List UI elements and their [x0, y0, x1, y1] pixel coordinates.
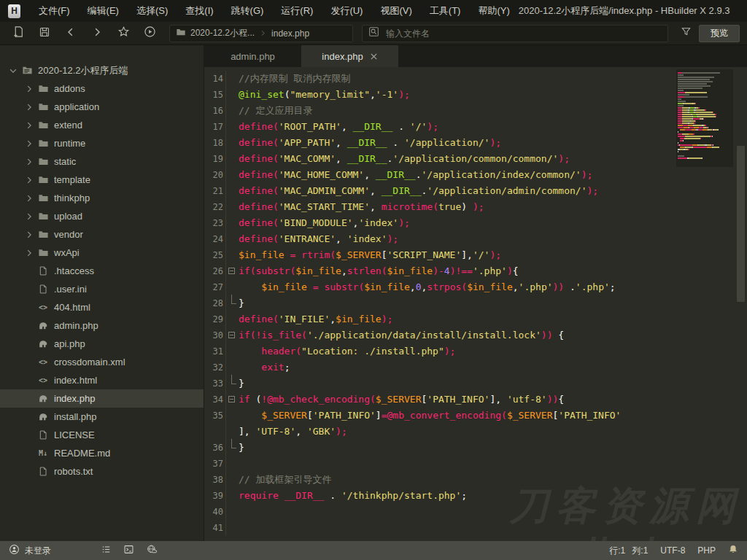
- new-file-button[interactable]: [7, 24, 29, 43]
- chevron-right-icon[interactable]: [22, 120, 36, 131]
- menu-item-8[interactable]: 工具(T): [421, 0, 470, 22]
- breadcrumb-item-1[interactable]: index.php: [271, 28, 309, 39]
- chevron-right-icon[interactable]: [22, 193, 36, 203]
- tree-item-.htaccess[interactable]: .htaccess: [0, 262, 204, 280]
- tree-item-index.html[interactable]: <>index.html: [0, 371, 204, 389]
- tree-item-template[interactable]: template: [0, 171, 204, 189]
- code-line: 24define('ENTRANCE', 'index');: [204, 231, 747, 247]
- encoding-indicator[interactable]: UTF-8: [660, 545, 685, 556]
- tab-admin.php[interactable]: admin.php: [204, 45, 301, 67]
- minimap[interactable]: [676, 69, 733, 167]
- tree-item-runtime[interactable]: runtime: [0, 134, 204, 152]
- code-token: //内存限制 取消内存限制: [239, 73, 350, 84]
- run-button[interactable]: [139, 24, 160, 43]
- chevron-right-icon[interactable]: [22, 84, 36, 94]
- tree-item-thinkphp[interactable]: thinkphp: [0, 189, 204, 207]
- outline-icon[interactable]: [101, 544, 112, 557]
- cursor-row[interactable]: 行:1: [609, 545, 625, 557]
- tree-item-addons[interactable]: addons: [0, 79, 204, 98]
- line-number: 19: [204, 151, 223, 167]
- terminal-icon[interactable]: [123, 544, 134, 557]
- tree-item-vendor[interactable]: vendor: [0, 225, 204, 244]
- minimap-segment: [694, 127, 699, 128]
- chevron-right-icon[interactable]: [22, 157, 36, 167]
- tree-item-wxapi[interactable]: wxApi: [0, 244, 204, 262]
- menu-item-4[interactable]: 跳转(G): [222, 0, 273, 22]
- code-text: @ini_set("memory_limit",'-1');: [239, 87, 410, 103]
- code-token: define(: [239, 201, 279, 212]
- menu-item-6[interactable]: 发行(U): [322, 0, 371, 22]
- globe-icon[interactable]: [146, 544, 158, 557]
- code-token: );: [387, 233, 399, 244]
- tab-index.php[interactable]: index.php: [301, 45, 398, 67]
- menu-item-5[interactable]: 运行(R): [272, 0, 322, 22]
- code-token: );: [398, 217, 410, 228]
- minimap-row: [678, 105, 732, 106]
- menu-item-7[interactable]: 视图(V): [371, 0, 420, 22]
- search-input[interactable]: [384, 28, 662, 39]
- bell-icon[interactable]: [728, 544, 738, 557]
- fold-gutter[interactable]: [225, 376, 239, 392]
- tree-item-.user.ini[interactable]: .user.ini: [0, 280, 204, 298]
- tab-label: index.php: [322, 51, 363, 62]
- chevron-right-icon[interactable]: [22, 102, 36, 112]
- tree-item-label: runtime: [54, 138, 85, 149]
- login-status[interactable]: 未登录: [9, 544, 51, 557]
- fold-gutter[interactable]: [225, 440, 239, 456]
- menu-item-2[interactable]: 选择(S): [128, 0, 177, 22]
- code-lines[interactable]: 14//内存限制 取消内存限制15@ini_set("memory_limit"…: [204, 71, 747, 536]
- menu-item-0[interactable]: 文件(F): [30, 0, 79, 22]
- editor-scrollbar[interactable]: [737, 146, 745, 302]
- menu-item-1[interactable]: 编辑(E): [79, 0, 128, 22]
- line-number: 24: [204, 231, 223, 247]
- minimap-segment: [686, 147, 692, 148]
- save-button[interactable]: [34, 24, 55, 43]
- tree-item-index.php[interactable]: index.php: [0, 389, 204, 408]
- tree-item-robots.txt[interactable]: robots.txt: [0, 462, 204, 481]
- tree-item-crossdomain.xml[interactable]: <>crossdomain.xml: [0, 353, 204, 371]
- fold-gutter[interactable]: [225, 295, 239, 311]
- fold-gutter[interactable]: [225, 263, 239, 279]
- chevron-right-icon[interactable]: [22, 248, 36, 258]
- fold-gutter[interactable]: [225, 392, 239, 408]
- menu-item-3[interactable]: 查找(I): [177, 0, 222, 22]
- minimap-segment: [682, 107, 689, 109]
- preview-button[interactable]: 预览: [699, 25, 740, 42]
- minimap-segment: [678, 88, 703, 89]
- fold-collapse-icon[interactable]: [228, 396, 235, 402]
- tree-item-license[interactable]: LICENSE: [0, 426, 204, 444]
- project-explorer[interactable]: 2020-12.2小程序后端addonsapplicationextendrun…: [0, 45, 204, 541]
- cursor-col[interactable]: 列:1: [632, 545, 648, 557]
- tree-item-upload[interactable]: upload: [0, 207, 204, 225]
- tree-item-label: LICENSE: [54, 429, 95, 440]
- filter-button[interactable]: [677, 24, 694, 43]
- tree-item-static[interactable]: static: [0, 152, 204, 171]
- tree-item-admin.php[interactable]: admin.php: [0, 316, 204, 335]
- chevron-right-icon[interactable]: [22, 230, 36, 240]
- chevron-down-icon[interactable]: [6, 66, 20, 76]
- tree-item-404.html[interactable]: <>404.html: [0, 298, 204, 316]
- tree-item-label: install.php: [54, 411, 97, 422]
- tree-item-application[interactable]: application: [0, 98, 204, 116]
- navigate-back-button[interactable]: [60, 24, 82, 43]
- menu-item-9[interactable]: 帮助(Y): [469, 0, 518, 22]
- language-indicator[interactable]: PHP: [697, 545, 716, 556]
- tree-item-root[interactable]: 2020-12.2小程序后端: [0, 61, 204, 79]
- minimap-segment: [680, 147, 685, 148]
- fold-collapse-icon[interactable]: [228, 332, 235, 338]
- navigate-forward-button[interactable]: [86, 24, 108, 43]
- fold-collapse-icon[interactable]: [228, 268, 235, 274]
- tree-item-install.php[interactable]: install.php: [0, 408, 204, 426]
- code-area[interactable]: 14//内存限制 取消内存限制15@ini_set("memory_limit"…: [204, 67, 747, 541]
- tree-item-label: api.php: [54, 338, 85, 349]
- tree-item-extend[interactable]: extend: [0, 116, 204, 134]
- fold-gutter[interactable]: [225, 327, 239, 343]
- chevron-right-icon[interactable]: [22, 139, 36, 149]
- chevron-right-icon[interactable]: [22, 211, 36, 222]
- tree-item-readme.md[interactable]: M↓README.md: [0, 444, 204, 462]
- breadcrumb-item-0[interactable]: 2020-12.2小程...: [190, 27, 255, 39]
- bookmark-button[interactable]: [112, 24, 134, 43]
- tree-item-api.php[interactable]: api.php: [0, 335, 204, 353]
- chevron-right-icon[interactable]: [22, 175, 36, 185]
- close-icon[interactable]: [370, 52, 378, 61]
